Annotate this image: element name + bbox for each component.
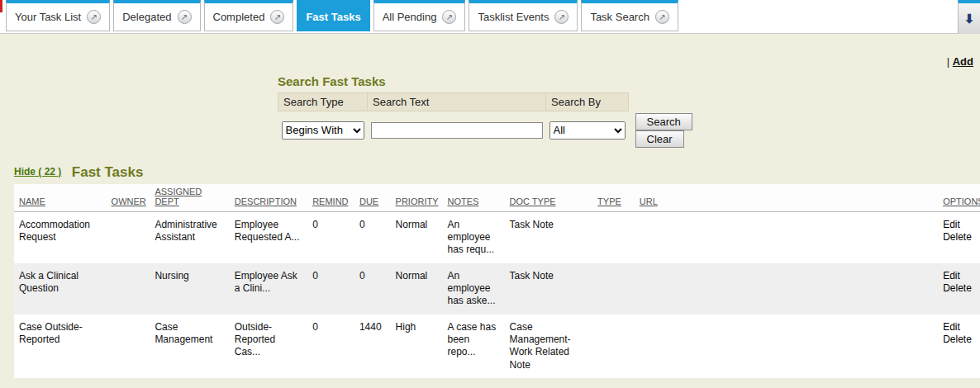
table-row: Case Outside-Reported Case Management Ou… [14,315,980,378]
cell-remind: 0 [307,211,354,263]
delete-link[interactable]: Delete [943,231,975,244]
cell-type [592,315,635,378]
column-header-url[interactable]: URL [635,184,938,212]
tab-label: Your Task List [15,11,81,23]
tab-label: Delegated [122,11,171,23]
table-header-row: NAME OWNER ASSIGNED DEPT DESCRIPTION REM… [14,184,980,212]
tab-all-pending[interactable]: All Pending ↗ [373,0,466,31]
cell-description: Outside-Reported Cas... [230,315,307,378]
cell-type [592,211,635,263]
cell-remind: 0 [307,315,354,378]
cell-due: 0 [354,211,391,263]
column-header-priority[interactable]: PRIORITY [391,184,443,212]
edit-link[interactable]: Edit [943,321,975,334]
tab-overflow-dropdown-button[interactable]: ⬇ [958,0,980,34]
tab-label: Completed [213,11,265,23]
tab-label: Fast Tasks [306,11,360,23]
cell-remind: 0 [307,263,354,315]
tab-completed[interactable]: Completed ↗ [204,0,294,31]
popup-window-icon[interactable]: ↗ [270,10,284,24]
column-header-doc-type[interactable]: DOC TYPE [505,184,593,212]
popup-window-icon[interactable]: ↗ [178,10,192,24]
search-type-cell: Begins With [278,111,368,149]
column-header-type[interactable]: TYPE [592,184,635,212]
add-link[interactable]: Add [953,55,973,68]
search-by-cell: All [546,111,629,149]
table-row: Ask a Clinical Question Nursing Employee… [14,263,980,315]
cell-priority: Normal [391,263,443,315]
cell-doc-type: Task Note [505,263,593,315]
popup-window-icon[interactable]: ↗ [554,10,568,24]
search-panel: Search Fast Tasks Search Type Search Tex… [278,74,724,149]
cell-priority: High [391,315,443,378]
tab-fast-tasks[interactable]: Fast Tasks ↗ [297,0,369,31]
popup-window-icon[interactable]: ↗ [655,10,669,24]
search-type-label: Search Type [278,93,368,111]
edit-link[interactable]: Edit [943,270,975,282]
column-header-due[interactable]: DUE [354,184,391,212]
popup-window-icon[interactable]: ↗ [442,10,456,24]
cell-url [635,263,938,315]
list-header: Hide ( 22 ) Fast Tasks [0,163,980,184]
tab-bar: Your Task List ↗ Delegated ↗ Completed ↗… [0,0,980,34]
delete-link[interactable]: Delete [943,334,975,346]
cell-assigned-dept: Case Management [150,315,229,378]
column-header-owner[interactable]: OWNER [107,184,150,212]
cell-notes: An employee has requ... [442,211,504,263]
search-panel-title: Search Fast Tasks [278,74,724,88]
cell-due: 1440 [354,315,391,378]
tab-tasklist-events[interactable]: Tasklist Events ↗ [469,0,578,31]
tab-task-search[interactable]: Task Search ↗ [581,0,678,31]
tab-your-task-list[interactable]: Your Task List ↗ [6,0,110,31]
add-row: | Add [0,34,980,73]
tab-delegated[interactable]: Delegated ↗ [113,0,200,31]
column-header-assigned-dept[interactable]: ASSIGNED DEPT [150,184,229,212]
search-text-input[interactable] [371,122,543,139]
tab-label: All Pending [383,11,437,23]
tab-label: Tasklist Events [478,11,549,23]
cell-owner [107,315,150,378]
search-header-spacer [629,93,725,111]
chevron-down-icon: ⬇ [964,12,975,26]
left-accent-mark [0,0,2,12]
column-header-remind[interactable]: REMIND [307,184,354,212]
column-header-notes[interactable]: NOTES [442,184,504,212]
list-title: Fast Tasks [72,164,144,180]
cell-description: Employee Requested A... [230,211,307,263]
cell-name: Accommodation Request [14,211,107,263]
edit-link[interactable]: Edit [943,219,975,231]
cell-url [635,315,938,378]
add-separator: | [947,55,949,68]
clear-button[interactable]: Clear [635,130,684,148]
cell-options: Edit Delete [938,263,980,315]
search-by-select[interactable]: All [549,121,626,140]
cell-options: Edit Delete [938,211,980,263]
cell-assigned-dept: Nursing [150,263,229,315]
cell-owner [107,263,150,315]
search-type-select[interactable]: Begins With [282,121,364,140]
cell-url [635,211,938,263]
popup-window-icon[interactable]: ↗ [87,10,101,24]
search-form: Search Type Search Text Search By Begins… [278,92,724,149]
column-header-name[interactable]: NAME [14,184,107,212]
column-header-description[interactable]: DESCRIPTION [230,184,307,212]
cell-name: Ask a Clinical Question [14,263,107,315]
cell-notes: An employee has aske... [442,263,504,315]
cell-notes: A case has been repo... [442,315,504,378]
cell-doc-type: Task Note [505,211,593,263]
hide-count-link[interactable]: Hide ( 22 ) [14,166,61,177]
cell-name: Case Outside-Reported [14,315,107,378]
delete-link[interactable]: Delete [943,282,975,295]
fast-tasks-table: NAME OWNER ASSIGNED DEPT DESCRIPTION REM… [14,184,980,379]
search-text-label: Search Text [368,93,546,111]
tab-label: Task Search [590,11,649,23]
search-text-cell [368,111,546,149]
search-buttons-cell: Search Clear [629,111,725,149]
cell-assigned-dept: Administrative Assistant [150,211,229,263]
cell-priority: Normal [391,211,443,263]
column-header-options[interactable]: OPTIONS [938,184,980,212]
search-by-label: Search By [546,93,629,111]
cell-due: 0 [354,263,391,315]
cell-options: Edit Delete [938,315,980,378]
search-button[interactable]: Search [635,113,692,130]
